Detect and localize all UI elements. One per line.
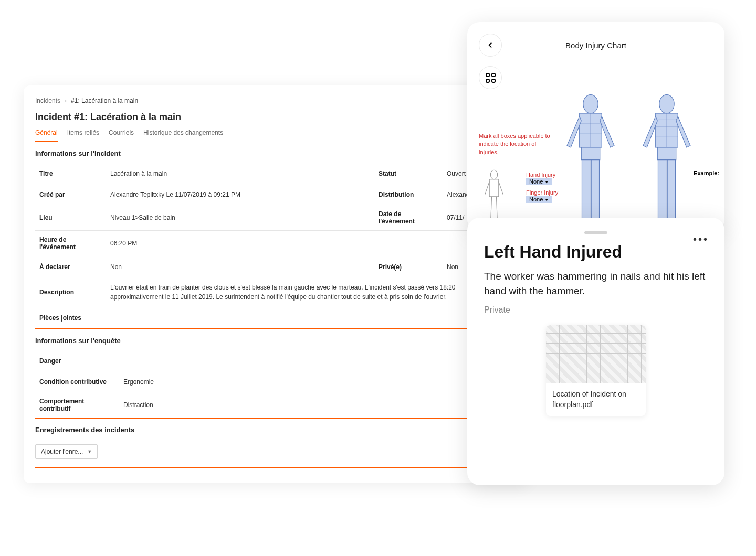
incident-info-table: Titre Lacération à la main Statut Ouvert…: [35, 163, 516, 329]
chevron-down-icon: ▼: [87, 449, 92, 454]
svg-line-2: [485, 181, 489, 195]
body-chart-header: Body Injury Chart: [479, 34, 713, 57]
chevron-left-icon: [486, 40, 495, 50]
field-label: Description: [35, 283, 106, 301]
field-label: Distribution: [374, 186, 443, 204]
svg-line-3: [499, 181, 503, 195]
attachment-filename: Location of Incident on floorplan.pdf: [546, 383, 646, 416]
body-figure-front[interactable]: [635, 93, 698, 229]
investigation-table: Danger Condition contributive Ergonomie …: [35, 350, 516, 419]
table-row: Titre Lacération à la main Statut Ouvert: [35, 163, 516, 184]
table-row: Heure de l'événement 06:20 PM: [35, 231, 516, 256]
field-label: Titre: [35, 165, 106, 183]
tab-change-history[interactable]: Historique des changements: [143, 129, 223, 142]
finger-injury-label: Finger Injury: [526, 189, 558, 196]
more-menu-button[interactable]: •••: [693, 233, 709, 245]
add-record-dropdown[interactable]: Ajouter l'enre... ▼: [35, 444, 98, 459]
records-section: Ajouter l'enre... ▼: [24, 439, 528, 468]
chevron-down-icon: ▼: [544, 180, 549, 185]
field-value: Ergonomie: [119, 373, 516, 391]
body-chart-panel: Body Injury Chart Mark all boxes applica…: [467, 22, 724, 232]
add-record-label: Ajouter l'enre...: [41, 448, 83, 455]
section-incident-info: Informations sur l'incident: [24, 142, 528, 163]
table-row: Pièces jointes: [35, 307, 516, 328]
field-value: L'ouvrier était en train de planter des …: [106, 277, 516, 307]
detail-title: Left Hand Injured: [484, 242, 708, 262]
field-value: Distraction: [119, 396, 516, 414]
page-title: Incident #1: Lacération à la main: [24, 112, 528, 123]
field-label: Heure de l'événement: [35, 231, 106, 256]
example-label: Example:: [694, 170, 719, 176]
tab-general[interactable]: Général: [35, 129, 58, 142]
tab-emails[interactable]: Courriels: [109, 129, 134, 142]
table-row: Lieu Niveau 1>Salle de bain Date de l'év…: [35, 205, 516, 231]
chevron-down-icon: ▼: [544, 198, 549, 202]
field-label: Pièces jointes: [35, 309, 106, 327]
injury-controls: Hand Injury None ▼ Finger Injury None ▼: [526, 172, 558, 207]
field-value: Alexandre Teplitxky Le 11/07/2019 à 09:2…: [106, 186, 374, 204]
svg-rect-9: [582, 160, 590, 222]
field-label: À declarer: [35, 258, 106, 276]
table-row: Description L'ouvrier était en train de …: [35, 277, 516, 307]
grid-icon: [486, 73, 496, 83]
field-value: [119, 356, 516, 366]
detail-body: The worker was hammering in nails and hi…: [484, 269, 708, 298]
field-label: [374, 238, 443, 249]
field-value: Lacération à la main: [106, 165, 374, 183]
tabs: Général Items reliés Courriels Historiqu…: [24, 129, 528, 142]
table-row: Comportement contributif Distraction: [35, 392, 516, 418]
detail-status: Private: [484, 305, 708, 315]
field-label: Comportement contributif: [35, 392, 119, 418]
tab-related-items[interactable]: Items reliés: [67, 129, 99, 142]
svg-rect-1: [489, 179, 499, 197]
breadcrumb-root[interactable]: Incidents: [35, 97, 60, 104]
attachment-thumbnail: [546, 325, 646, 383]
field-label: Date de l'événement: [374, 205, 443, 230]
drag-handle[interactable]: [584, 231, 607, 234]
field-label: Lieu: [35, 209, 106, 227]
breadcrumb-current: #1: Lacération à la main: [71, 97, 138, 104]
field-label: Condition contributive: [35, 373, 119, 391]
svg-rect-17: [658, 160, 666, 222]
body-chart-title: Body Injury Chart: [479, 41, 713, 50]
grid-view-button[interactable]: [479, 66, 502, 89]
field-value: [106, 313, 516, 323]
field-value: Niveau 1>Salle de bain: [106, 209, 374, 227]
breadcrumb: Incidents › #1: Lacération à la main: [24, 97, 528, 104]
svg-point-14: [659, 95, 674, 113]
field-value: Non: [106, 258, 374, 276]
section-investigation: Informations sur l'enquête: [24, 329, 528, 350]
field-label: Danger: [35, 352, 119, 370]
incident-detail-panel: ••• Left Hand Injured The worker was ham…: [467, 218, 724, 485]
table-row: À declarer Non Privé(e) Non: [35, 256, 516, 277]
section-records: Enregistrements des incidents: [24, 419, 528, 439]
back-button[interactable]: [479, 34, 502, 57]
table-row: Créé par Alexandre Teplitxky Le 11/07/20…: [35, 184, 516, 205]
field-label: Créé par: [35, 186, 106, 204]
svg-point-6: [583, 95, 598, 113]
table-row: Danger: [35, 350, 516, 371]
svg-rect-8: [581, 147, 600, 160]
divider: [35, 467, 516, 468]
field-value: 06:20 PM: [106, 234, 374, 252]
attachment-card[interactable]: Location of Incident on floorplan.pdf: [546, 325, 646, 416]
svg-rect-16: [657, 147, 676, 160]
instructions-text: Mark all boxes applicable to indicate th…: [479, 132, 558, 156]
hand-injury-dropdown[interactable]: None ▼: [526, 178, 552, 185]
svg-rect-10: [591, 160, 599, 222]
chevron-right-icon: ›: [65, 97, 67, 104]
svg-rect-18: [667, 160, 675, 222]
incident-panel: Incidents › #1: Lacération à la main Inc…: [24, 85, 528, 483]
svg-point-0: [490, 170, 497, 179]
table-row: Condition contributive Ergonomie: [35, 371, 516, 392]
finger-injury-dropdown[interactable]: None ▼: [526, 196, 552, 203]
hand-injury-label: Hand Injury: [526, 172, 558, 178]
field-label: Privé(e): [374, 258, 443, 276]
body-figure-back[interactable]: [559, 93, 622, 229]
field-label: Statut: [374, 165, 443, 183]
